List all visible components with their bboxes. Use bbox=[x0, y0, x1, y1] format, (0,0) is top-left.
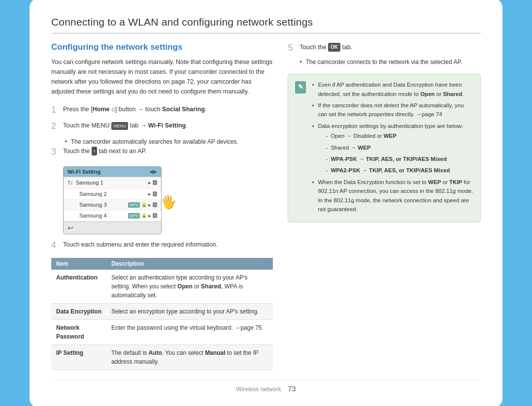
info-list: Even if AP authentication and Data Encry… bbox=[311, 80, 473, 214]
hand-cursor-icon: 🖐 bbox=[160, 193, 178, 211]
refresh-icon: ↻ bbox=[67, 179, 73, 187]
wifi-header: Wi-Fi Setting ◀▶ bbox=[64, 167, 161, 177]
wifi-row-2-right: ▸ › bbox=[148, 191, 157, 197]
menu-badge: MENU bbox=[111, 122, 129, 130]
section-divider bbox=[51, 33, 481, 33]
wifi-row-4-right: WPS 🔒 ▸ › bbox=[128, 213, 157, 219]
table-desc-password: Enter the password using the virtual key… bbox=[106, 320, 273, 345]
info-icon-row: ✎ Even if AP authentication and Data Enc… bbox=[295, 80, 473, 216]
wifi-row-2: Samsung 2 ▸ › bbox=[64, 189, 161, 200]
wifi-signal-1: ▸ bbox=[148, 180, 151, 186]
table-desc-authentication: Select an authentication type according … bbox=[106, 270, 273, 304]
wifi-signal-2: ▸ bbox=[148, 191, 151, 197]
wifi-signal-3: ▸ bbox=[148, 202, 151, 208]
info-icon: ✎ bbox=[295, 81, 306, 94]
table-item-encryption: Data Encryption bbox=[51, 304, 106, 320]
info-sub-item-4: WPA2-PSK → TKIP, AES, or TKIP/AES Mixed bbox=[325, 166, 473, 175]
table-row: Authentication Select an authentication … bbox=[51, 270, 273, 304]
wifi-chevron-3[interactable]: › bbox=[153, 202, 157, 207]
wifi-chevron-1[interactable]: › bbox=[153, 180, 157, 185]
ok-badge: OK bbox=[328, 43, 340, 52]
wifi-mockup: Wi-Fi Setting ◀▶ ↻ Samsung 1 ▸ › bbox=[63, 166, 162, 234]
wifi-row-4: Samsung 4 WPS 🔒 ▸ › bbox=[64, 211, 161, 221]
step-1-text: Press the [Home ⌂] button → touch Social… bbox=[63, 104, 206, 115]
wps-badge-3: WPS bbox=[128, 202, 140, 208]
settings-table: Item Description Authentication Select a… bbox=[51, 258, 273, 370]
network-name-2: Samsung 2 bbox=[79, 191, 107, 197]
info-list-item-2: If the camcorder does not detect the AP … bbox=[311, 101, 473, 119]
step-4-number: 4 bbox=[51, 240, 60, 251]
table-header-item: Item bbox=[51, 258, 106, 270]
step-3-text: Touch the › tab next to an AP. bbox=[63, 146, 147, 156]
step-1: 1 Press the [Home ⌂] button → touch Soci… bbox=[51, 104, 273, 116]
info-list-item-3: Data encryption settings by authenticati… bbox=[311, 122, 473, 175]
info-content: Even if AP authentication and Data Encry… bbox=[311, 80, 473, 216]
step-2-number: 2 bbox=[51, 121, 60, 132]
info-sub-list: Open → Disabled or WEP Shared → WEP WPA-… bbox=[318, 131, 473, 175]
info-box: ✎ Even if AP authentication and Data Enc… bbox=[288, 74, 481, 222]
table-row: NetworkPassword Enter the password using… bbox=[51, 320, 273, 345]
table-desc-encryption: Select an encryption type according to y… bbox=[106, 304, 273, 320]
wifi-row-1-right: ▸ › bbox=[148, 180, 157, 186]
two-column-layout: Configuring the network settings You can… bbox=[51, 42, 481, 371]
chevron-right-icon: › bbox=[92, 147, 97, 156]
info-sub-item-3: WPA-PSK → TKIP, AES, or TKIP/AES Mixed bbox=[325, 155, 473, 163]
wifi-row-2-left: Samsung 2 bbox=[67, 191, 107, 197]
page-title: Connecting to a WLAN and configuring net… bbox=[51, 16, 481, 28]
wifi-row-3: Samsung 3 WPS 🔒 ▸ › bbox=[64, 200, 161, 211]
step-5-number: 5 bbox=[288, 42, 297, 54]
back-button[interactable]: ↩ bbox=[67, 224, 73, 232]
wifi-back-row: ↩ bbox=[64, 221, 161, 234]
page-container: Connecting to a WLAN and configuring net… bbox=[30, 0, 502, 406]
step-2-bullet: The camcorder automatically searches for… bbox=[65, 137, 273, 146]
left-column: Configuring the network settings You can… bbox=[51, 42, 273, 371]
wifi-row-3-left: Samsung 3 bbox=[67, 202, 107, 208]
wifi-mockup-wrapper: Wi-Fi Setting ◀▶ ↻ Samsung 1 ▸ › bbox=[51, 162, 162, 238]
table-item-ip: IP Setting bbox=[51, 345, 106, 370]
table-row: Data Encryption Select an encryption typ… bbox=[51, 304, 273, 320]
wifi-chevron-4[interactable]: › bbox=[153, 213, 157, 218]
footer-page-number: 73 bbox=[288, 384, 296, 393]
step-1-number: 1 bbox=[51, 104, 60, 116]
step-5: 5 Touch the OK tab. bbox=[288, 42, 481, 54]
wifi-row-4-left: Samsung 4 bbox=[67, 213, 107, 219]
step-5-bullet: The camcorder connects to the network vi… bbox=[299, 58, 481, 67]
info-list-item-4: When the Data Encryption function is set… bbox=[311, 178, 473, 214]
table-item-authentication: Authentication bbox=[51, 270, 106, 304]
info-sub-item-1: Open → Disabled or WEP bbox=[325, 131, 473, 140]
wifi-chevron-2[interactable]: › bbox=[153, 191, 157, 196]
network-name-4: Samsung 4 bbox=[79, 213, 107, 219]
wifi-header-title: Wi-Fi Setting bbox=[67, 169, 100, 175]
table-row: IP Setting The default is Auto. You can … bbox=[51, 345, 273, 370]
table-item-password: NetworkPassword bbox=[51, 320, 106, 345]
network-name-3: Samsung 3 bbox=[79, 202, 107, 208]
right-column: 5 Touch the OK tab. The camcorder connec… bbox=[288, 42, 481, 371]
wifi-signal-4: ▸ bbox=[148, 213, 151, 219]
wifi-header-icons: ◀▶ bbox=[149, 169, 157, 174]
intro-paragraph: You can configure network settings manua… bbox=[51, 57, 273, 96]
network-name-1: Samsung 1 bbox=[76, 180, 103, 186]
table-desc-ip: The default is Auto. You can select Manu… bbox=[106, 345, 273, 370]
wps-badge-4: WPS bbox=[128, 213, 140, 219]
step-4: 4 Touch each submenu and enter the requi… bbox=[51, 240, 273, 251]
table-header-description: Description bbox=[106, 258, 273, 270]
wifi-row-1: ↻ Samsung 1 ▸ › bbox=[64, 177, 161, 189]
info-list-item-1: Even if AP authentication and Data Encry… bbox=[311, 80, 473, 98]
step-2-text: Touch the MENU MENU tab → Wi-Fi Setting. bbox=[63, 121, 188, 130]
wifi-row-3-right: WPS 🔒 ▸ › bbox=[128, 202, 157, 208]
footer-label: Wireless network bbox=[236, 386, 281, 393]
step-2: 2 Touch the MENU MENU tab → Wi-Fi Settin… bbox=[51, 121, 273, 132]
step-5-text: Touch the OK tab. bbox=[299, 42, 352, 52]
footer: Wireless network 73 bbox=[51, 380, 481, 393]
info-sub-item-2: Shared → WEP bbox=[325, 143, 473, 152]
step-3: 3 Touch the › tab next to an AP. bbox=[51, 146, 273, 157]
section-heading: Configuring the network settings bbox=[51, 42, 273, 52]
wifi-row-1-left: ↻ Samsung 1 bbox=[67, 179, 103, 187]
step-4-text: Touch each submenu and enter the require… bbox=[63, 240, 218, 250]
step-3-number: 3 bbox=[51, 146, 60, 157]
